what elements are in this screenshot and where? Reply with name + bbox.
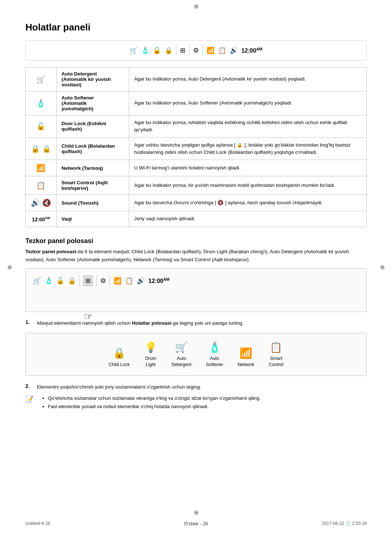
child-lock-label: Child Lock [109,362,130,367]
p2-child-lock-icon: 🔒 [68,277,76,285]
right-crosshair-icon: ⊕ [380,264,385,271]
table-row: 12:00AM Vaqt Joriy vaqt namoyish qilinad… [26,211,367,227]
bullet-item-1: Qo'shimcha sozlamalar uchun sozlamalar e… [48,394,261,402]
status-bar-inner: 🛒 🧴 🔓 🔒 ⊞ ⚙ 📶 📋 🔊 12:00AM [130,45,262,56]
row-desc-time: Joriy vaqt namoyish qilinadi. [129,211,366,227]
divider1 [176,45,176,56]
footer-left: Untitled-6 26 [25,521,50,526]
row-icon-child-lock: 🔒 🔒 [26,137,57,160]
footer: Untitled-6 26 O'zbek - 26 2017-06-12 🕐 2… [0,521,392,526]
row-label-smart-control: Smart Control (Aqlli boshqaruv) [56,176,129,195]
child-lock-icon: 🔒 [164,46,172,54]
table-row: 🔒 🔒 Child Lock (Bolalardan qulflash) Aga… [26,137,367,160]
door-lock-icon: 🔓 [153,46,161,54]
child-lock-lg-icon: 🔒 [113,347,126,360]
auto-softener-icon: 🧴 [141,46,149,54]
p2-door-lock-icon: 🔓 [56,277,64,285]
p2-time-display: 12:00AM [148,277,170,284]
section2-desc-bold: Tezkor panel polosasi [25,249,76,254]
row-label-child-lock: Child Lock (Bolalardan qulflash) [56,137,129,160]
icons-grid-box: 🔒 Child Lock 💡 DrumLight 🛒 AutoDetergent… [25,333,367,376]
auto-detergent-label: AutoDetergent [172,356,192,367]
step1-suffix: -ga teging yoki uni pastga turting. [171,320,244,326]
page: ⊕ ⊕ ⊕ Holatlar paneli 🛒 🧴 🔓 🔒 ⊞ ⚙ 📶 📋 🔊 … [0,0,392,534]
icon-item-smart-control: 📋 SmartControl [269,341,283,367]
row-desc-auto-detergent: Agar bu indikator yonsa, Auto Detergent … [129,67,366,91]
p2-grid-icon: ⊞ [83,276,93,286]
row-desc-smart-control: Agar bu indikator yonsa, kir yuvish mash… [129,176,366,195]
row-label-door-lock: Door Lock (Eshikni qulflash) [56,115,129,138]
p2-sound-icon: 🔊 [137,277,145,285]
divider2 [189,45,189,56]
section2-title: Tezkor panel polosasi [25,237,367,245]
row-label-time: Vaqt [56,211,129,227]
p2-divider3 [110,275,110,286]
p2-divider2 [96,275,97,286]
step2-number: 2. [25,383,33,389]
network-lg-icon: 📶 [240,347,252,360]
settings-icon: ⚙ [193,46,199,54]
drum-light-lg-icon: 💡 [144,341,157,354]
row-icon-auto-detergent: 🛒 [26,67,57,91]
row-label-network: Network (Tarmoq) [56,160,129,176]
row-label-sound: Sound (Tovush) [56,195,129,211]
table-row: 🧴 Auto Softener(Avtomatikyumshatgich) Ag… [26,91,367,115]
auto-softener-lg-icon: 🧴 [208,341,221,354]
step1-row: 1. Mavjud elementlarni namoyish qilish u… [25,319,367,327]
note-icon: 📝 [25,395,36,403]
footer-right: 2017-06-12 🕐 2:53:19 [322,521,367,526]
sound-icon: 🔊 [230,46,238,54]
p2-smart-control-icon: 📋 [125,277,133,285]
row-icon-sound: 🔊 🔇 [26,195,57,211]
hand-pointer-icon: ☞ [84,311,93,323]
panel-inner: 🛒 🧴 🔓 🔒 ⊞ ⚙ 📶 📋 🔊 12:00AM [33,275,359,286]
footer-center: O'zbek - 26 [184,521,208,526]
smart-control-label: SmartControl [269,356,283,367]
page-title: Holatlar paneli [25,22,367,33]
drum-light-label: DrumLight [145,356,156,367]
divider3 [203,45,203,56]
p2-auto-softener-icon: 🧴 [45,277,53,285]
network-label: Network [238,362,254,367]
table-row: 🛒 Auto Detergent(Avtomatik kir yuvishvos… [26,67,367,91]
icons-row: 🔒 Child Lock 💡 DrumLight 🛒 AutoDetergent… [37,341,355,367]
p2-auto-detergent-icon: 🛒 [33,277,41,285]
smart-control-lg-icon: 📋 [270,341,282,354]
bullet-list: Qo'shimcha sozlamalar uchun sozlamalar e… [48,394,261,410]
icon-item-auto-detergent: 🛒 AutoDetergent [172,341,192,367]
row-desc-auto-softener: Agar bu indikator yonsa, Auto Softener (… [129,91,366,115]
p2-divider1 [79,275,80,286]
time-display: 12:00AM [241,47,262,54]
auto-detergent-icon: 🛒 [130,46,138,54]
step1-bold: Holatlar polosasi [132,320,171,326]
icon-item-auto-softener: 🧴 AutoSoftener [206,341,223,367]
icon-item-child-lock: 🔒 Child Lock [109,347,130,367]
table-row: 📋 Smart Control (Aqlli boshqaruv) Agar b… [26,176,367,195]
row-icon-auto-softener: 🧴 [26,91,57,115]
p2-settings-icon: ⚙ [100,277,106,285]
row-desc-sound: Agar bu tasvircha Ovozni o'chirishga [ 🔇… [129,195,366,211]
row-icon-network: 📶 [26,160,57,176]
step1-number: 1. [25,319,33,325]
row-desc-child-lock: Agar ushbu tasvircha yoqilgan qulfga ayl… [129,137,366,160]
row-desc-door-lock: Agar bu indikator yonsa, ishlatish vaqti… [129,115,366,138]
table-row: 🔓 Door Lock (Eshikni qulflash) Agar bu i… [26,115,367,138]
auto-softener-label: AutoSoftener [206,356,223,367]
table-row: 🔊 🔇 Sound (Tovush) Agar bu tasvircha Ovo… [26,195,367,211]
section2-description: Tezkor panel polosasi-da 6 ta element ma… [25,248,367,263]
auto-detergent-lg-icon: 🛒 [175,341,188,354]
icon-item-drum-light: 💡 DrumLight [144,341,157,367]
row-label-auto-detergent: Auto Detergent(Avtomatik kir yuvishvosit… [56,67,129,91]
row-desc-network: U Wi-Fi tarmog'i ulanishi holatini namoy… [129,160,366,176]
grid-icon: ⊞ [180,46,185,54]
smart-control-icon: 📋 [218,46,226,54]
main-table: 🛒 Auto Detergent(Avtomatik kir yuvishvos… [25,67,367,227]
row-label-auto-softener: Auto Softener(Avtomatikyumshatgich) [56,91,129,115]
bullet-item-2: Faol elementlar yonadi va nofaol element… [48,403,261,411]
left-crosshair-icon: ⊕ [7,264,12,271]
wifi-icon: 📶 [207,46,215,54]
step1-text: Mavjud elementlarni namoyish qilish uchu… [37,319,244,327]
note-box: 📝 Qo'shimcha sozlamalar uchun sozlamalar… [25,394,367,410]
top-crosshair-icon: ⊕ [194,3,199,10]
icon-item-network: 📶 Network [238,347,254,367]
